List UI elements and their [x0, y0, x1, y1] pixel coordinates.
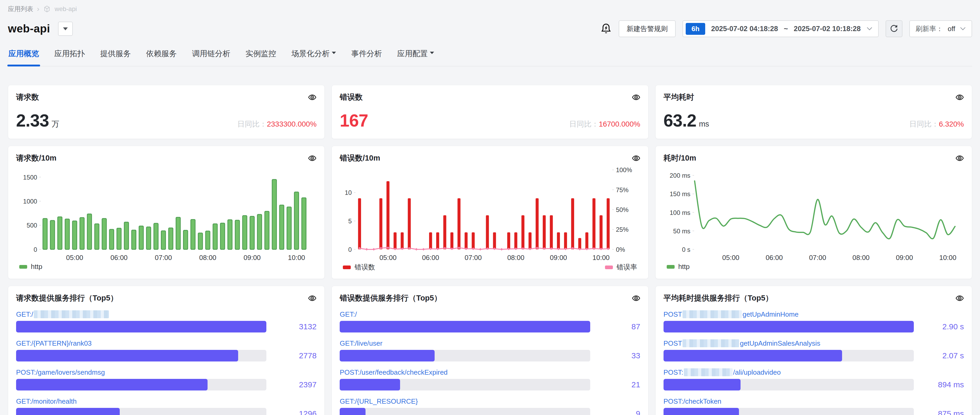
nav-tabs: 应用概览应用拓扑提供服务依赖服务调用链分析实例监控场景化分析事件分析应用配置	[8, 49, 972, 67]
endpoint-link[interactable]: POSTgetUpAdminHome	[663, 310, 964, 319]
ranking-value: 33	[590, 351, 640, 360]
tab-场景化分析[interactable]: 场景化分析	[291, 49, 336, 66]
ranking-value: 894 ms	[914, 380, 964, 389]
endpoint-link[interactable]: GET:/	[16, 310, 317, 319]
legend-item-http[interactable]: http	[19, 262, 42, 271]
alert-bell-icon[interactable]	[600, 23, 612, 35]
ranking-bar-row: 875 ms	[663, 408, 964, 415]
kpi-value: 2.33	[16, 111, 49, 130]
svg-text:10:00: 10:00	[288, 254, 305, 262]
ranking-value: 3132	[266, 322, 317, 331]
ranking-bar-row: 2778	[16, 350, 317, 361]
kpi-card-0: 请求数2.33万日同比：2333300.000%	[8, 85, 325, 139]
time-quick-badge[interactable]: 6h	[686, 23, 705, 35]
ranking-item: GET:/87	[340, 310, 640, 332]
legend-item-错误率[interactable]: 错误率	[605, 262, 637, 272]
ranking-item: POST:/checkToken875 ms	[663, 397, 964, 415]
endpoint-link[interactable]: GET:/	[340, 310, 640, 319]
svg-text:10: 10	[345, 189, 352, 196]
tab-label: 应用配置	[397, 49, 428, 59]
caret-down-icon	[430, 52, 434, 54]
kpi-0-title: 请求数	[16, 92, 39, 103]
ranking-item: GET:/{PATTERN}/rank032778	[16, 339, 317, 361]
kpi-1-head: 错误数	[340, 92, 640, 103]
legend-item-错误数[interactable]: 错误数	[343, 262, 375, 272]
tab-提供服务[interactable]: 提供服务	[100, 49, 131, 66]
eye-icon[interactable]	[308, 294, 317, 302]
eye-icon[interactable]	[308, 93, 317, 102]
endpoint-label-prefix: POST	[663, 339, 682, 348]
kpi-compare-label: 日同比：	[237, 120, 267, 128]
svg-text:50 ms: 50 ms	[673, 227, 690, 235]
svg-text:05:00: 05:00	[380, 254, 397, 262]
eye-icon[interactable]	[956, 154, 964, 162]
eye-icon[interactable]	[632, 154, 640, 162]
eye-icon[interactable]	[956, 294, 964, 302]
endpoint-link[interactable]: POST:/checkToken	[663, 397, 964, 406]
refresh-button[interactable]	[886, 20, 902, 37]
legend-label: 错误率	[617, 262, 637, 272]
page-title: web-api	[8, 22, 50, 35]
breadcrumb-current: web-api	[54, 5, 77, 13]
tab-应用概览[interactable]: 应用概览	[8, 49, 39, 66]
endpoint-link[interactable]: POST:/game/lovers/sendmsg	[16, 368, 317, 377]
endpoint-label-suffix: /ali/uploadvideo	[733, 368, 781, 377]
legend-swatch	[605, 266, 613, 269]
kpi-body-2: 63.2ms日同比：6.320%	[663, 110, 964, 130]
chart-2-title: 耗时/10m	[663, 153, 696, 164]
endpoint-link[interactable]: POSTgetUpAdminSalesAnalysis	[663, 339, 964, 348]
tab-应用拓扑[interactable]: 应用拓扑	[54, 49, 85, 66]
svg-text:08:00: 08:00	[852, 254, 870, 262]
endpoint-link[interactable]: GET:/{PATTERN}/rank03	[16, 339, 317, 348]
chart-canvas-1[interactable]: 05100%25%50%75%100%05:0006:0007:0008:000…	[340, 165, 640, 262]
main-content: 请求数2.33万日同比：2333300.000%错误数167日同比：16700.…	[8, 85, 972, 415]
chart-legend-1: 错误数错误率	[340, 262, 640, 272]
page: 应用列表 › web-api web-api 新建告警规则 6h	[0, 0, 980, 415]
endpoint-link[interactable]: GET:/{URL_RESOURCE}	[340, 397, 640, 406]
chart-0-head: 请求数/10m	[16, 153, 317, 164]
tab-label: 应用概览	[8, 49, 39, 59]
ranking-bar-track	[340, 379, 590, 391]
svg-text:06:00: 06:00	[110, 254, 128, 262]
create-alert-rule-button[interactable]: 新建告警规则	[619, 20, 676, 37]
tab-label: 场景化分析	[291, 49, 330, 59]
tab-调用链分析[interactable]: 调用链分析	[192, 49, 230, 66]
time-range-picker[interactable]: 6h 2025-07-02 04:18:28 ~ 2025-07-02 10:1…	[682, 20, 879, 37]
legend-label: 错误数	[355, 262, 375, 272]
eye-icon[interactable]	[308, 154, 317, 162]
ranking-bar-track	[16, 408, 266, 415]
endpoint-label-prefix: GET:/{URL_RESOURCE}	[340, 398, 418, 405]
endpoint-link[interactable]: POST:/ali/uploadvideo	[663, 368, 964, 377]
tab-依赖服务[interactable]: 依赖服务	[146, 49, 177, 66]
svg-text:05:00: 05:00	[722, 254, 739, 262]
eye-icon[interactable]	[632, 294, 640, 302]
tab-事件分析[interactable]: 事件分析	[351, 49, 382, 66]
chart-canvas-0[interactable]: 05001000150005:0006:0007:0008:0009:0010:…	[16, 165, 317, 262]
ranking-bar-fill	[16, 350, 238, 361]
time-separator: ~	[784, 25, 788, 33]
ranking-0-title: 请求数提供服务排行（Top5）	[16, 293, 118, 304]
tab-label: 事件分析	[351, 49, 382, 59]
legend-item-http[interactable]: http	[667, 262, 690, 271]
chart-canvas-2[interactable]: 0 s50 ms100 ms150 ms200 ms05:0006:0007:0…	[663, 165, 964, 262]
ranking-bar-row: 9	[340, 408, 640, 415]
tab-应用配置[interactable]: 应用配置	[397, 49, 434, 66]
tab-实例监控[interactable]: 实例监控	[245, 49, 276, 66]
ranking-bar-row: 87	[340, 321, 640, 332]
svg-text:1500: 1500	[23, 174, 37, 181]
refresh-rate-select[interactable]: 刷新率： off	[909, 20, 972, 37]
ranking-row: 请求数提供服务排行（Top5）GET:/3132GET:/{PATTERN}/r…	[8, 286, 972, 415]
ranking-bar-track	[340, 350, 590, 361]
app-switcher-button[interactable]	[58, 22, 73, 36]
endpoint-link[interactable]: GET:/live/user	[340, 339, 640, 348]
chevron-down-icon	[867, 27, 872, 30]
breadcrumb-app-list[interactable]: 应用列表	[8, 5, 33, 13]
endpoint-label-prefix: GET:/monitor/health	[16, 398, 77, 405]
ranking-bar-track	[340, 321, 590, 332]
endpoint-link[interactable]: GET:/monitor/health	[16, 397, 317, 406]
eye-icon[interactable]	[632, 93, 640, 102]
cube-icon	[43, 5, 51, 13]
eye-icon[interactable]	[956, 93, 964, 102]
kpi-value: 63.2	[663, 111, 696, 130]
endpoint-link[interactable]: POST:/user/feedback/checkExpired	[340, 368, 640, 377]
